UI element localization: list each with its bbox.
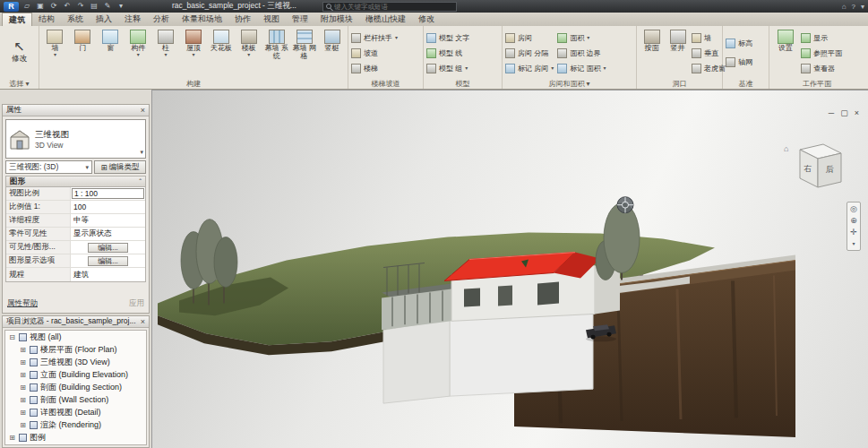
expand-icon[interactable]: ⊞ [19,409,27,417]
close-icon[interactable]: × [855,108,859,117]
area-button[interactable]: 面积 ▾ [557,30,606,46]
expand-icon[interactable]: ⊞ [8,434,16,442]
tab-annotate[interactable]: 注释 [118,13,147,26]
vertical-opening-button[interactable]: 垂直 [692,46,726,61]
apply-button[interactable]: 应用 [129,298,144,309]
tab-architecture[interactable]: 建筑 [2,13,32,26]
model-line-button[interactable]: 模型 线 [426,46,469,61]
tab-manage[interactable]: 管理 [286,13,314,26]
view-filter-combo[interactable]: 三维视图: (3D) ▾ [5,160,92,174]
undo-icon[interactable]: ↶ [62,1,73,12]
discipline-value[interactable]: 建筑 [71,268,145,281]
tab-collaborate[interactable]: 协作 [228,13,257,26]
grid-button[interactable]: 轴网 [726,55,752,70]
steering-wheel-icon[interactable] [617,197,633,213]
close-icon[interactable]: × [141,107,145,115]
tag-room-button[interactable]: 标记 房间 ▾ [505,61,554,76]
model-text-button[interactable]: 模型 文字 [426,30,469,46]
dormer-button[interactable]: 老虎窗 [692,61,726,76]
area-boundary-button[interactable]: 面积 边界 [557,46,606,61]
wall-opening-button[interactable]: 墙 [692,30,726,46]
expand-icon[interactable]: ⊞ [19,383,27,392]
app-menu-button[interactable]: R [4,2,19,12]
tab-plugin[interactable]: 橄榄山快建 [359,13,412,26]
home-icon[interactable]: ⌂ [784,144,788,153]
zoom-icon[interactable]: ⊕ [850,216,857,225]
ceiling-button[interactable]: 天花板 [208,28,234,78]
properties-help-link[interactable]: 属性帮助 [7,298,38,309]
viewer-button[interactable]: 查看器 [801,61,842,76]
edit-type-button[interactable]: ⊞ 编辑类型 [94,160,146,174]
house[interactable] [444,253,620,322]
sync-icon[interactable]: ⟳ [48,1,59,12]
expand-icon[interactable]: ⊞ [19,421,27,429]
set-workplane-button[interactable]: 设置 [772,28,799,78]
tree-item-elevation[interactable]: ⊞ 立面 (Building Elevation) [5,368,146,381]
measure-icon[interactable]: ✎ [102,1,113,12]
properties-title-bar[interactable]: 属性 × [3,105,149,116]
roof-button[interactable]: 屋顶 ▾ [181,28,207,78]
restore-icon[interactable]: ▢ [840,108,848,117]
tab-massing-site[interactable]: 体量和场地 [176,13,228,26]
viewcube-face-back[interactable]: 后 [826,165,834,174]
tab-view[interactable]: 视图 [257,13,286,26]
stair-button[interactable]: 楼梯 [351,61,398,76]
view-scale-value[interactable]: 1 : 100 [72,188,144,199]
tree-item-detail[interactable]: ⊞ 详图视图 (Detail) [5,406,146,418]
pan-icon[interactable]: ✛ [850,228,857,237]
chevron-down-icon[interactable]: ▾ [140,149,143,156]
help-icon[interactable]: ? [852,3,855,11]
collapse-icon[interactable]: ⊟ [8,333,16,341]
panel-label-room-area[interactable]: 房间和面积▾ [503,78,636,89]
expand-icon[interactable]: ⊞ [19,358,27,366]
by-face-button[interactable]: 按面 [640,28,664,78]
close-icon[interactable]: × [141,318,145,326]
ramp-button[interactable]: 坡道 [351,46,398,61]
parts-visibility-value[interactable]: 显示原状态 [71,228,145,240]
home-icon[interactable]: ⌂ [842,3,847,11]
open-icon[interactable]: ▱ [21,1,32,12]
search-input[interactable] [334,3,442,11]
viewcube[interactable]: ⌂ 右 后 [780,141,848,200]
save-icon[interactable]: ▣ [35,1,46,12]
tab-modify[interactable]: 修改 [412,13,441,26]
ref-plane-button[interactable]: 参照平面 [801,46,842,61]
type-selector[interactable]: 三维视图 3D View ▾ [5,119,146,159]
model-group-button[interactable]: 模型 组 ▾ [426,61,469,76]
tree-item-building-section[interactable]: ⊞ 剖面 (Building Section) [5,381,146,393]
room-separator-button[interactable]: 房间 分隔 [505,46,554,61]
detail-level-value[interactable]: 中等 [71,214,145,227]
tree-item-legends[interactable]: ⊞ 图例 [5,431,146,444]
print-icon[interactable]: ▤ [89,1,99,12]
tab-addins[interactable]: 附加模块 [314,13,359,26]
tree-item-wall-section[interactable]: ⊞ 剖面 (Wall Section) [5,393,146,406]
mullion-button[interactable]: 竖梃 [319,28,345,78]
redo-icon[interactable]: ↷ [75,1,86,12]
edit-visibility-button[interactable]: 编辑... [88,243,128,253]
chevron-down-icon[interactable]: ▾ [852,239,855,248]
tag-area-button[interactable]: 标记 面积 ▾ [557,61,606,76]
tab-insert[interactable]: 插入 [90,13,118,26]
viewcube-face-right[interactable]: 右 [804,164,812,173]
tab-structure[interactable]: 结构 [32,13,61,26]
tree-item-rendering[interactable]: ⊞ 渲染 (Rendering) [5,418,146,431]
tree-item-views-all[interactable]: ⊟ 视图 (all) [5,331,146,343]
edit-graphic-display-button[interactable]: 编辑... [88,256,128,266]
room-button[interactable]: 房间 [505,30,554,46]
titlebar-menu-icon[interactable]: ▾ [861,3,864,11]
steering-wheels-icon[interactable]: ◎ [850,204,857,213]
shaft-button[interactable]: 竖井 [666,28,690,78]
wall-button[interactable]: 墙 ▾ [42,28,68,78]
graphics-section-header[interactable]: 图形 ˆ [5,176,146,187]
expand-icon[interactable]: ⊞ [19,346,27,354]
window-button[interactable]: 窗 [98,28,124,78]
scale-value[interactable]: 100 [71,201,145,213]
tab-analyze[interactable]: 分析 [147,13,176,26]
floor-button[interactable]: 楼板 ▾ [236,28,262,78]
component-button[interactable]: 构件 ▾ [125,28,151,78]
qat-menu-icon[interactable]: ▾ [116,1,126,12]
expand-icon[interactable]: ⊞ [19,371,27,379]
door-button[interactable]: 门 [70,28,96,78]
curtain-grid-button[interactable]: 幕墙 网格 [291,28,317,78]
curtain-system-button[interactable]: 幕墙 系统 [263,28,289,78]
